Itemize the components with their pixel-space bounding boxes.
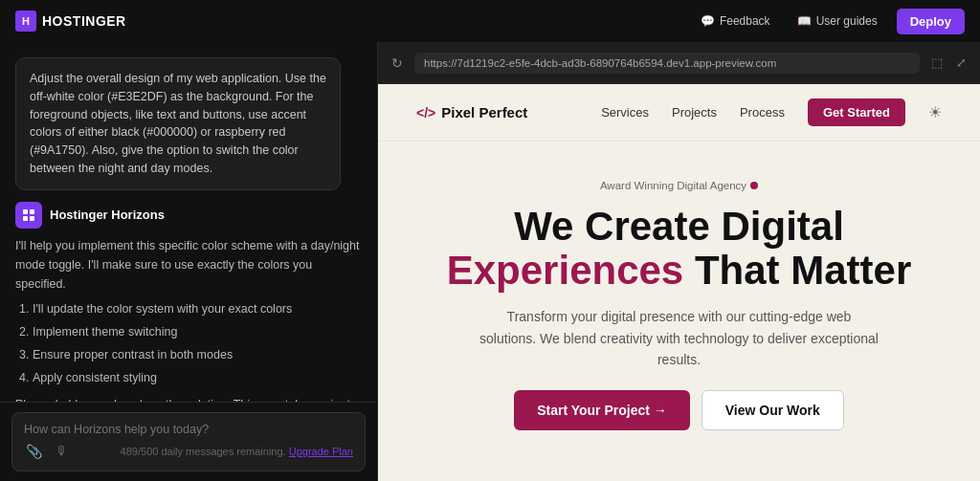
- svg-rect-2: [23, 216, 28, 221]
- award-badge: Award Winning Digital Agency: [600, 180, 758, 191]
- svg-rect-0: [23, 209, 28, 214]
- top-bar-right: 💬 Feedback 📖 User guides Deploy: [693, 9, 965, 34]
- agent-header: Hostinger Horizons: [15, 202, 362, 229]
- svg-rect-3: [30, 216, 34, 221]
- external-link-button[interactable]: ⬚: [927, 52, 947, 74]
- input-icons: 📎 🎙: [24, 442, 71, 461]
- agent-name: Hostinger Horizons: [50, 208, 165, 222]
- site-nav-links: Services Projects Process Get Started ☀: [601, 98, 942, 126]
- hero-title-accent: Experiences: [447, 248, 695, 293]
- start-project-button[interactable]: Start Your Project →: [514, 390, 690, 430]
- message-count: 489/500 daily messages remaining. Upgrad…: [121, 446, 353, 457]
- user-message-bubble: Adjust the overall design of my web appl…: [15, 57, 341, 190]
- theme-toggle-button[interactable]: ☀: [928, 103, 942, 121]
- view-work-button[interactable]: View Our Work: [702, 390, 844, 430]
- hero-buttons: Start Your Project → View Our Work: [514, 390, 844, 430]
- feedback-button[interactable]: 💬 Feedback: [693, 11, 778, 32]
- upgrade-link[interactable]: Upgrade Plan: [289, 446, 353, 457]
- url-bar[interactable]: https://7d1219c2-e5fe-4dcb-ad3b-6890764b…: [414, 53, 920, 74]
- input-box[interactable]: 📎 🎙 489/500 daily messages remaining. Up…: [11, 412, 366, 471]
- chat-area: Adjust the overall design of my web appl…: [0, 42, 377, 402]
- agent-section: Please hold on as I work on the solution…: [15, 395, 362, 403]
- chat-input[interactable]: [24, 423, 353, 436]
- browser-actions: ⬚ ⤢: [927, 52, 970, 74]
- step-4: Apply consistent styling: [33, 368, 362, 387]
- book-icon: 📖: [797, 14, 812, 28]
- logo-icon: H: [15, 11, 36, 32]
- nav-process[interactable]: Process: [740, 105, 785, 120]
- top-bar-left: H HOSTINGER: [15, 11, 126, 32]
- agent-content: I'll help you implement this specific co…: [15, 236, 362, 403]
- site-nav: </> Pixel Perfect Services Projects Proc…: [378, 84, 980, 142]
- top-bar: H HOSTINGER 💬 Feedback 📖 User guides Dep…: [0, 0, 980, 42]
- site-hero: Award Winning Digital Agency We Create D…: [378, 142, 980, 469]
- main-content: Adjust the overall design of my web appl…: [0, 42, 980, 481]
- fullscreen-button[interactable]: ⤢: [952, 52, 970, 74]
- agent-avatar: [15, 202, 42, 229]
- agent-response: Hostinger Horizons I'll help you impleme…: [15, 202, 362, 403]
- nav-cta-button[interactable]: Get Started: [808, 98, 905, 126]
- award-dot: [750, 182, 758, 189]
- hero-title: We Create Digital Experiences That Matte…: [447, 205, 912, 293]
- user-guides-button[interactable]: 📖 User guides: [790, 11, 885, 32]
- site-logo-icon: </>: [416, 105, 435, 120]
- microphone-button[interactable]: 🎙: [54, 442, 71, 461]
- input-area: 📎 🎙 489/500 daily messages remaining. Up…: [0, 402, 377, 481]
- chat-icon: 💬: [701, 14, 715, 28]
- site-logo: </> Pixel Perfect: [416, 104, 527, 120]
- step-3: Ensure proper contrast in both modes: [33, 345, 362, 364]
- browser-bar: ↻ https://7d1219c2-e5fe-4dcb-ad3b-689076…: [378, 42, 980, 84]
- refresh-button[interactable]: ↻: [388, 52, 407, 75]
- agent-steps-list: I'll update the color system with your e…: [15, 299, 362, 387]
- hostinger-logo: H HOSTINGER: [15, 11, 126, 32]
- nav-projects[interactable]: Projects: [672, 105, 717, 120]
- deploy-button[interactable]: Deploy: [897, 9, 965, 34]
- site-logo-text: Pixel Perfect: [441, 104, 527, 120]
- attachment-button[interactable]: 📎: [24, 442, 44, 461]
- hero-subtitle: Transform your digital presence with our…: [479, 306, 880, 370]
- step-1: I'll update the color system with your e…: [33, 299, 362, 318]
- left-panel: Adjust the overall design of my web appl…: [0, 42, 378, 481]
- step-2: Implement theme switching: [33, 322, 362, 341]
- website-preview: </> Pixel Perfect Services Projects Proc…: [378, 84, 980, 481]
- svg-rect-1: [30, 209, 34, 214]
- nav-services[interactable]: Services: [601, 105, 649, 120]
- right-panel: ↻ https://7d1219c2-e5fe-4dcb-ad3b-689076…: [378, 42, 980, 481]
- logo-text: HOSTINGER: [42, 13, 126, 29]
- input-bottom: 📎 🎙 489/500 daily messages remaining. Up…: [24, 442, 353, 461]
